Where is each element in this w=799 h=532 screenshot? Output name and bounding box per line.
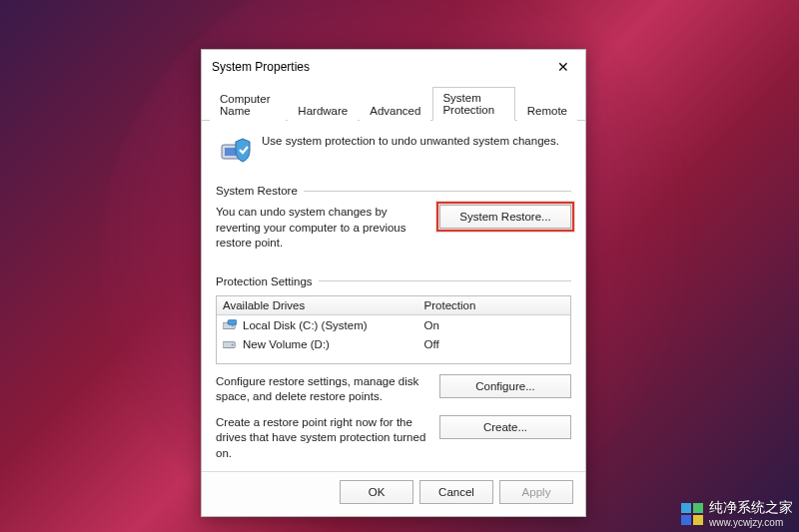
configure-desc: Configure restore settings, manage disk … [216, 374, 427, 405]
tab-strip: Computer Name Hardware Advanced System P… [202, 86, 585, 121]
window-title: System Properties [212, 60, 310, 74]
col-header-protection: Protection [418, 296, 570, 314]
configure-button[interactable]: Configure... [439, 374, 571, 398]
drive-name: Local Disk (C:) (System) [243, 319, 368, 331]
tab-advanced[interactable]: Advanced [360, 100, 430, 121]
drive-system-icon [223, 319, 237, 331]
table-row[interactable]: New Volume (D:) Off [217, 334, 570, 353]
svg-rect-4 [228, 319, 237, 323]
table-row[interactable]: Local Disk (C:) (System) On [217, 315, 570, 334]
intro-text: Use system protection to undo unwanted s… [262, 133, 559, 147]
svg-rect-9 [681, 515, 691, 525]
configure-row: Configure restore settings, manage disk … [216, 374, 571, 405]
group-title-protection-settings: Protection Settings [216, 275, 313, 287]
watermark-url: www.ycwjzy.com [709, 517, 793, 528]
watermark-logo-icon [681, 503, 703, 525]
group-title-system-restore: System Restore [216, 185, 298, 197]
intro-row: Use system protection to undo unwanted s… [216, 131, 571, 175]
tab-hardware[interactable]: Hardware [288, 100, 358, 121]
system-restore-row: You can undo system changes by reverting… [216, 205, 571, 252]
watermark-title: 纯净系统之家 [709, 499, 793, 515]
drive-protection: Off [418, 335, 570, 353]
tab-computer-name[interactable]: Computer Name [210, 88, 286, 121]
drives-header: Available Drives Protection [217, 296, 570, 315]
create-row: Create a restore point right now for the… [216, 415, 571, 462]
drive-protection: On [418, 316, 570, 334]
col-header-drives: Available Drives [217, 296, 418, 314]
divider [304, 191, 571, 192]
create-desc: Create a restore point right now for the… [216, 415, 427, 462]
group-protection-settings: Protection Settings Available Drives Pro… [216, 275, 571, 466]
svg-rect-10 [693, 515, 703, 525]
ok-button[interactable]: OK [340, 480, 413, 504]
watermark: 纯净系统之家 www.ycwjzy.com [681, 499, 793, 528]
create-button[interactable]: Create... [439, 415, 571, 439]
titlebar: System Properties ✕ [202, 50, 585, 84]
system-properties-dialog: System Properties ✕ Computer Name Hardwa… [201, 49, 586, 517]
divider [319, 280, 571, 281]
svg-point-3 [232, 324, 234, 326]
svg-rect-8 [693, 503, 703, 513]
group-header-system-restore: System Restore [216, 185, 571, 197]
close-icon[interactable]: ✕ [549, 56, 577, 78]
drives-listbox[interactable]: Available Drives Protection Local Disk (… [216, 295, 571, 364]
system-protection-icon [220, 133, 252, 165]
group-system-restore: System Restore You can undo system chang… [216, 185, 571, 256]
dialog-body: Use system protection to undo unwanted s… [202, 121, 585, 471]
tab-remote[interactable]: Remote [517, 100, 577, 121]
system-restore-button[interactable]: System Restore... [439, 205, 571, 229]
system-restore-desc: You can undo system changes by reverting… [216, 205, 427, 252]
cancel-button[interactable]: Cancel [419, 480, 493, 504]
drive-name: New Volume (D:) [243, 338, 330, 350]
apply-button[interactable]: Apply [499, 480, 573, 504]
group-header-protection-settings: Protection Settings [216, 275, 571, 287]
dialog-footer: OK Cancel Apply [202, 471, 585, 516]
tab-system-protection[interactable]: System Protection [432, 87, 514, 121]
drive-icon [223, 338, 237, 350]
svg-rect-7 [681, 503, 691, 513]
svg-point-6 [232, 343, 234, 345]
